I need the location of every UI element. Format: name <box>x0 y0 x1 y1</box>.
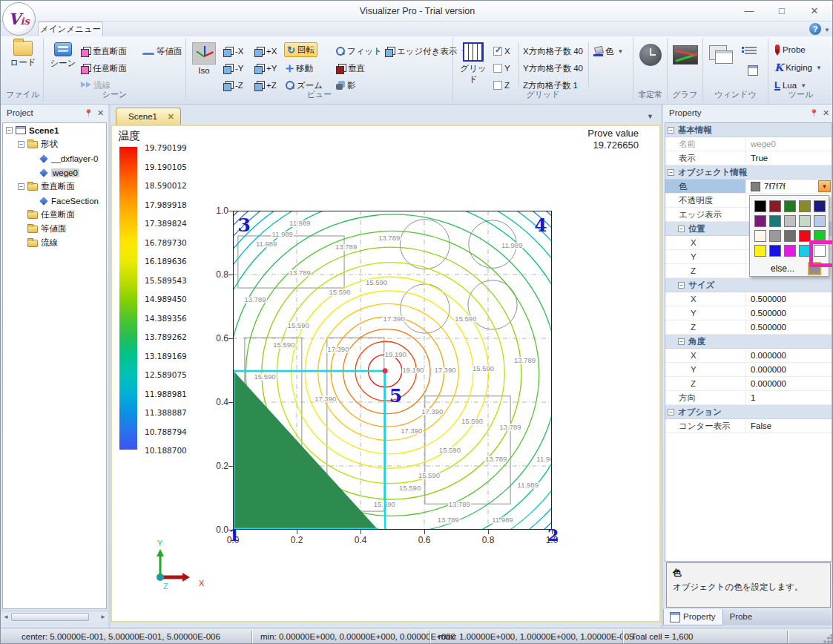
ribbon-options-chevron-icon[interactable]: ▼ <box>824 27 830 33</box>
kriging-button[interactable]: KKriging▼ <box>774 60 822 75</box>
collapse-icon[interactable]: − <box>678 282 685 289</box>
viewport-canvas[interactable]: 温度 19.79019919.19010518.59001217.9899181… <box>111 125 661 622</box>
perpendicular-button[interactable]: 垂直 <box>336 61 365 76</box>
palette-color-b6cce6[interactable] <box>814 215 826 227</box>
property-row-名前[interactable]: 名前wege0 <box>665 137 832 151</box>
tab-scene1[interactable]: Scene1 ✕ <box>116 108 181 125</box>
palette-color-c6d8c6[interactable] <box>799 215 811 227</box>
app-logo[interactable]: Vis <box>2 2 36 36</box>
collapse-icon[interactable]: − <box>668 409 674 415</box>
tree-item-等値面[interactable]: 等値面 <box>3 222 106 236</box>
pin-icon[interactable]: 📍 <box>809 109 818 117</box>
close-tab-icon[interactable]: ✕ <box>168 112 174 122</box>
collapse-icon[interactable]: − <box>668 169 674 176</box>
palette-color-8a8a2a[interactable] <box>799 200 811 212</box>
palette-color-1a7a7a[interactable] <box>769 215 781 227</box>
property-row-色[interactable]: 色7f7f7f▼ <box>665 180 832 194</box>
grid-button[interactable]: グリッド <box>456 42 490 85</box>
grid-y-checkbox[interactable]: Y <box>493 61 510 76</box>
palette-color-1a1a7e[interactable] <box>814 200 826 212</box>
arbitrary-section-button[interactable]: 任意断面 <box>81 61 127 76</box>
tree-item-wege0[interactable]: wege0 <box>3 165 106 180</box>
tree-item-形状[interactable]: −形状 <box>3 137 106 151</box>
move-button[interactable]: ✛移動 <box>286 61 313 76</box>
property-row-Y[interactable]: Y0.000000 <box>665 363 832 377</box>
view-minus-x-button[interactable]: -X <box>223 44 244 59</box>
property-row-X[interactable]: X0.500000 <box>665 292 832 306</box>
property-row-サイズ[interactable]: −サイズ <box>665 278 832 292</box>
view-minus-y-button[interactable]: -Y <box>223 61 244 76</box>
x-grid-count[interactable]: X方向格子数40 <box>523 44 583 59</box>
property-row-オブジェクト情報[interactable]: −オブジェクト情報 <box>665 165 832 180</box>
property-row-Z[interactable]: Z0.000000 <box>665 377 832 391</box>
tab-list-chevron-icon[interactable]: ▼ <box>647 113 653 120</box>
grid-color-button[interactable]: 色▼ <box>593 44 623 59</box>
scroll-left-icon[interactable]: ◄ <box>3 614 9 620</box>
palette-color-217a21[interactable] <box>784 200 796 212</box>
tree-item-任意断面[interactable]: 任意断面 <box>3 208 106 222</box>
else-label[interactable]: else... <box>771 263 794 274</box>
property-row-基本情報[interactable]: −基本情報 <box>665 123 832 137</box>
rotate-button[interactable]: ↻回転 <box>284 42 317 57</box>
tab-property[interactable]: Property <box>663 609 723 625</box>
palette-color-fdf8ea[interactable] <box>754 230 766 242</box>
collapse-icon[interactable]: − <box>668 127 674 134</box>
property-row-表示[interactable]: 表示True <box>665 151 832 165</box>
window-doc-button[interactable] <box>748 63 758 78</box>
property-row-コンター表示[interactable]: コンター表示False <box>665 419 832 433</box>
iso-view-button[interactable]: Iso <box>191 42 217 75</box>
palette-color-c0c0c0[interactable] <box>784 215 796 227</box>
grid-x-checkbox[interactable]: X <box>493 44 510 59</box>
palette-color-7a1a7a[interactable] <box>754 215 766 227</box>
palette-color-8b1c24[interactable] <box>769 200 781 212</box>
tree-item-Scene1[interactable]: −Scene1 <box>3 123 106 137</box>
probe-button[interactable]: Probe <box>774 42 806 57</box>
contour-plot[interactable]: 11.98911.98911.98913.78913.78911.98913.7… <box>233 211 552 530</box>
property-row-X[interactable]: X0.000000 <box>665 349 832 363</box>
horizontal-scrollbar[interactable]: ◄ ► <box>1 611 108 622</box>
tree-item-流線[interactable]: 流線 <box>3 236 106 250</box>
fit-button[interactable]: フィット <box>336 44 382 59</box>
property-row-方向[interactable]: 方向1 <box>665 391 832 405</box>
scroll-right-icon[interactable]: ► <box>100 614 106 620</box>
scene-button[interactable]: シーン <box>48 42 78 69</box>
palette-color-6e6e6e[interactable] <box>784 230 796 242</box>
scrollbar-thumb[interactable] <box>11 613 89 621</box>
tab-main-menu[interactable]: メインメニュー <box>38 22 103 36</box>
property-row-オプション[interactable]: −オプション <box>665 405 832 419</box>
resize-grip[interactable] <box>823 634 832 643</box>
tree-item-FaceSection[interactable]: FaceSection <box>3 194 106 208</box>
property-row-Y[interactable]: Y0.500000 <box>665 306 832 321</box>
palette-color-e618e6[interactable] <box>784 245 796 257</box>
property-row-角度[interactable]: −角度 <box>665 335 832 349</box>
palette-color-ffffff[interactable] <box>814 245 826 257</box>
help-icon[interactable]: ? <box>809 23 821 35</box>
palette-color-9a9a9a[interactable] <box>769 230 781 242</box>
close-button[interactable]: ✕ <box>802 4 827 19</box>
tree-item-垂直断面[interactable]: −垂直断面 <box>3 180 106 194</box>
isosurface-button[interactable]: 等値面 <box>142 44 182 59</box>
tab-probe[interactable]: Probe <box>723 609 760 625</box>
window-layout-button[interactable] <box>709 45 734 68</box>
close-panel-icon[interactable]: ✕ <box>823 108 829 118</box>
collapse-icon[interactable]: − <box>678 226 685 232</box>
view-plus-y-button[interactable]: +Y <box>254 61 277 76</box>
property-row-Z[interactable]: Z0.500000 <box>665 321 832 335</box>
palette-color-1414e6[interactable] <box>769 245 781 257</box>
y-grid-count[interactable]: Y方向格子数40 <box>523 61 583 76</box>
maximize-button[interactable]: □ <box>769 4 794 19</box>
palette-color-000000[interactable] <box>754 200 766 212</box>
graph-button[interactable] <box>673 45 698 66</box>
tree-item-__dxflayer-0[interactable]: __dxflayer-0 <box>3 151 106 165</box>
window-list-button[interactable] <box>745 44 757 59</box>
transient-button[interactable] <box>639 44 662 68</box>
vertical-section-button[interactable]: 垂直断面 <box>81 44 127 59</box>
collapse-icon[interactable]: − <box>678 338 685 345</box>
pin-icon[interactable]: 📍 <box>84 109 93 117</box>
view-plus-x-button[interactable]: +X <box>254 44 277 59</box>
load-button[interactable]: ロード <box>2 41 44 68</box>
close-panel-icon[interactable]: ✕ <box>97 108 104 118</box>
palette-color-fff014[interactable] <box>754 245 766 257</box>
color-dropdown-button[interactable]: ▼ <box>818 180 831 192</box>
minimize-button[interactable]: — <box>737 4 762 19</box>
